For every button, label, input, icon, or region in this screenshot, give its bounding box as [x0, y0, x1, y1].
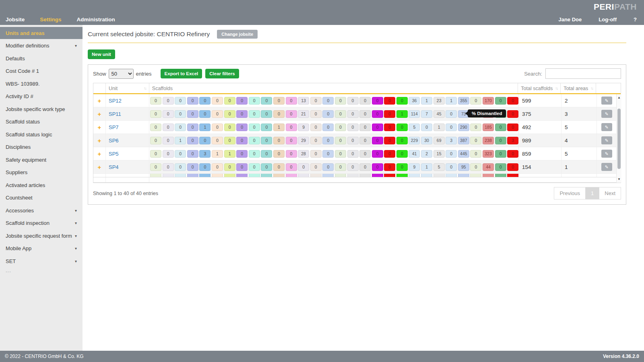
page-title: Current selected jobsite: CENTRIO Refine… — [88, 31, 210, 38]
edit-row-button[interactable]: ✎ — [601, 163, 612, 171]
table-scrollbar[interactable]: ▲ ▼ — [616, 94, 621, 183]
scaffold-count-badge: 3 — [507, 137, 518, 144]
sidebar-item-item[interactable]: ... — [0, 268, 83, 274]
sidebar-item-activity-id[interactable]: Activity ID # — [0, 90, 83, 103]
scaffold-count-badge: 0 — [249, 150, 260, 158]
sidebar-item-countsheet[interactable]: Countsheet — [0, 192, 83, 204]
sidebar-item-label: Scaffold status logic — [6, 132, 52, 138]
expand-row-button[interactable]: + — [93, 137, 105, 144]
sidebar-item-scaffold-inspection[interactable]: Scaffold inspection ▾ — [0, 217, 83, 229]
header-scaffolds-label: Scaffolds — [152, 86, 173, 91]
next-page-button[interactable]: Next — [599, 187, 621, 200]
scaffold-count-badge: 0 — [396, 97, 408, 105]
edit-row-button[interactable]: ✎ — [601, 150, 612, 158]
scaffold-count-badge: 0 — [507, 110, 518, 118]
nav-left: Jobsite Settings Administration — [6, 16, 115, 23]
scrollbar-up-icon[interactable]: ▲ — [617, 96, 621, 99]
scaffold-count-badge: 0 — [322, 137, 334, 144]
scaffold-count-badge: 0 — [322, 110, 334, 118]
header-expand-column — [93, 83, 105, 93]
scaffold-count-badge — [261, 174, 272, 177]
scaffold-count-badge: 0 — [446, 163, 457, 171]
scaffold-count-badge: 0 — [310, 123, 322, 131]
nav-item-settings[interactable]: Settings — [40, 16, 61, 23]
table-toolbar: Show 50 entries Export to Excel Clear fi… — [93, 68, 621, 79]
scaffold-count-badge: 0 — [199, 137, 211, 144]
scaffold-count-badge: 0 — [495, 137, 506, 144]
edit-row-button[interactable]: ✎ — [601, 136, 612, 144]
sidebar-item-cost-code-1[interactable]: Cost Code # 1 — [0, 65, 83, 77]
sidebar-item-modifier-definitions[interactable]: Modifier definitions ▾ — [0, 40, 83, 52]
unit-link[interactable]: SP7 — [109, 124, 119, 130]
scaffold-count-badge: 0 — [359, 150, 371, 158]
scaffold-count-badge: 0 — [470, 150, 481, 158]
sidebar-item-activated-articles[interactable]: Activated articles — [0, 179, 83, 191]
search-input[interactable] — [545, 68, 621, 79]
edit-row-button[interactable]: ✎ — [601, 110, 612, 118]
export-to-excel-button[interactable]: Export to Excel — [161, 69, 202, 78]
sidebar-item-units-and-areas[interactable]: Units and areas — [0, 27, 83, 39]
unit-link[interactable]: SP4 — [109, 164, 119, 170]
pencil-icon: ✎ — [605, 138, 608, 143]
scaffold-count-badge: 0 — [261, 150, 272, 158]
clear-filters-button[interactable]: Clear filters — [205, 69, 239, 78]
previous-page-button[interactable]: Previous — [554, 187, 586, 200]
edit-row-button[interactable]: ✎ — [601, 123, 612, 131]
row-total-areas: 5 — [561, 121, 597, 134]
user-menu[interactable]: Jane Doe — [558, 16, 582, 23]
header-total-areas[interactable]: Total areas ↑↓ — [560, 83, 596, 93]
page-size-select[interactable]: 50 — [109, 69, 134, 79]
page-1-button[interactable]: 1 — [585, 187, 599, 200]
table-row: + SP5 0000311000002800000000412150445032… — [93, 147, 616, 160]
sidebar-item-mobile-app[interactable]: Mobile App ▾ — [0, 243, 83, 255]
unit-link[interactable]: SP12 — [109, 98, 122, 104]
unit-link[interactable]: SP5 — [109, 151, 119, 157]
scrollbar-thumb[interactable] — [617, 109, 621, 169]
scrollbar-down-icon[interactable]: ▼ — [617, 177, 621, 181]
nav-item-jobsite[interactable]: Jobsite — [6, 16, 25, 23]
expand-row-button[interactable]: + — [93, 124, 105, 131]
scaffold-count-badge: 0 — [199, 97, 211, 105]
change-jobsite-button[interactable]: Change jobsite — [217, 30, 258, 39]
sidebar-item-scaffold-status-logic[interactable]: Scaffold status logic — [0, 128, 83, 140]
scaffold-count-badge — [298, 174, 309, 177]
expand-row-button[interactable]: + — [93, 150, 105, 157]
nav-item-administration[interactable]: Administration — [77, 16, 115, 23]
sidebar-item-disciplines[interactable]: Disciplines — [0, 141, 83, 153]
header-total-scaffolds[interactable]: Total scaffolds ↑↓ — [518, 83, 560, 93]
sidebar-item-scaffold-status[interactable]: Scaffold status — [0, 116, 83, 128]
sidebar-item-label: Defaults — [6, 56, 25, 62]
expand-row-button[interactable]: + — [93, 97, 105, 104]
scaffold-count-badge: 0 — [163, 110, 174, 118]
scaffold-count-badge — [212, 174, 223, 177]
header-unit[interactable]: Unit ↑↓ — [105, 83, 149, 93]
sidebar-item-suppliers[interactable]: Suppliers — [0, 167, 83, 179]
expand-row-button[interactable]: + — [93, 164, 105, 171]
sidebar-item-accessories[interactable]: Accessories ▾ — [0, 204, 83, 216]
expand-row-button[interactable]: + — [93, 111, 105, 117]
sidebar-item-jobsite-specific-work-type[interactable]: Jobsite specific work type — [0, 103, 83, 115]
nav-right: Jane Doe Log-off ? — [558, 16, 638, 23]
sidebar-item-set[interactable]: SET ▾ — [0, 255, 83, 267]
unit-link[interactable]: SP11 — [109, 111, 121, 117]
scaffold-count-badge — [236, 174, 248, 177]
sidebar-item-label: Accessories — [6, 208, 34, 214]
scaffold-count-badge: 0 — [359, 123, 371, 131]
sidebar-item-safety-equipment[interactable]: Safety equipment — [0, 154, 83, 166]
sidebar-item-wbs-103989[interactable]: WBS- 103989. — [0, 78, 83, 90]
help-button[interactable]: ? — [634, 16, 637, 23]
scaffold-count-badge — [409, 174, 420, 177]
scaffold-count-badge: 0 — [249, 110, 260, 118]
logoff-button[interactable]: Log-off — [599, 16, 617, 23]
scaffold-count-badge: 0 — [273, 110, 285, 118]
unit-link[interactable]: SP6 — [109, 138, 119, 144]
edit-row-button[interactable]: ✎ — [601, 97, 612, 105]
sidebar-item-defaults[interactable]: Defaults — [0, 52, 83, 64]
sidebar-item-jobsite-specific-request-form[interactable]: Jobsite specific request form ▾ — [0, 230, 83, 242]
sidebar-item-label: Countsheet — [6, 195, 33, 201]
new-unit-button[interactable]: New unit — [88, 49, 115, 59]
pencil-icon: ✎ — [605, 125, 608, 130]
main-content: Current selected jobsite: CENTRIO Refine… — [83, 25, 644, 351]
scaffold-count-badge: 5 — [409, 123, 420, 131]
show-label: Show — [93, 71, 106, 77]
